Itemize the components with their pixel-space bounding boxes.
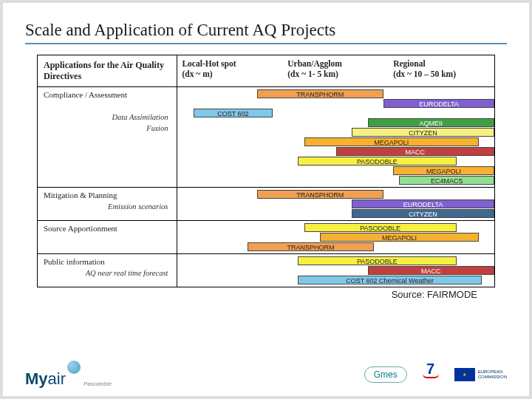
source-label: Source: FAIRMODE [25,289,477,300]
project-bar: TRANSPHORM [257,89,383,98]
section-row: Compliance / Assessment Data Assimilatio… [38,87,494,188]
project-bar: CITYZEN [352,209,494,218]
section-row: Source ApportionmentPASODOBLEMEGAPOLITRA… [38,221,494,254]
section-bars: PASODOBLEMEGAPOLITRANSPHORM [177,221,494,253]
project-bar: PASODOBLE [298,157,456,166]
project-bar: MACC [368,266,494,275]
project-bar: EURODELTA [383,99,494,108]
project-bar: MACC [336,147,494,156]
section-label: Mitigation & PlanningEmission scenarios [38,188,177,220]
header-applications: Applications for the Air Quality Directi… [38,55,177,86]
section-bars: TRANSPHORMEURODELTACITYZEN [177,188,494,220]
eu-flag-icon [454,368,475,381]
page-title: Scale and Application of Current AQ Proj… [25,21,507,40]
header-col-0: Local-Hot spot(dx ~ m) [177,55,283,86]
myair-ball-icon [67,361,81,374]
logo-myair: Myair Pasodoble [25,361,112,389]
chart-header-row: Applications for the Air Quality Directi… [38,55,494,87]
section-label: Public informationAQ near real time fore… [38,254,177,287]
project-bar: MEGAPOLI [320,233,478,242]
project-bar: EC4MACS [399,176,494,185]
header-col-1: Urban/Agglom(dx ~ 1- 5 km) [283,55,389,86]
section-label: Compliance / Assessment Data Assimilatio… [38,87,177,187]
header-col-2: Regional(dx ~ 10 – 50 km) [389,55,494,86]
project-bar: AQMEII [368,118,494,127]
project-bar: TRANSPHORM [257,190,383,199]
project-bar: PASODOBLE [304,223,457,232]
section-row: Mitigation & PlanningEmission scenariosT… [38,188,494,221]
project-bar: TRANSPHORM [248,242,374,251]
project-bar: COST 602 [194,109,273,117]
project-bar: PASODOBLE [298,256,456,265]
project-bar: MEGAPOLI [393,166,494,175]
project-bar: CITYZEN [352,128,494,137]
project-bar: EURODELTA [352,200,494,208]
project-bar: COST 602 Chemical Weather [298,276,482,284]
section-row: Public informationAQ near real time fore… [38,254,494,287]
logo-european-commission: EUROPEAN COMMISSION [454,368,507,381]
logo-gmes: Gmes [364,366,407,383]
project-bar: MEGAPOLI [304,137,479,146]
title-rule [25,43,507,44]
footer-logos: Myair Pasodoble Gmes 7 EUROPEAN COMMISSI… [25,361,507,389]
logo-fp7: 7 [420,364,441,386]
aq-projects-chart: Applications for the Air Quality Directi… [37,55,495,287]
section-bars: TRANSPHORMEURODELTACOST 602AQMEIICITYZEN… [177,87,494,187]
section-label: Source Apportionment [38,221,177,253]
section-bars: PASODOBLEMACCCOST 602 Chemical Weather [177,254,494,287]
